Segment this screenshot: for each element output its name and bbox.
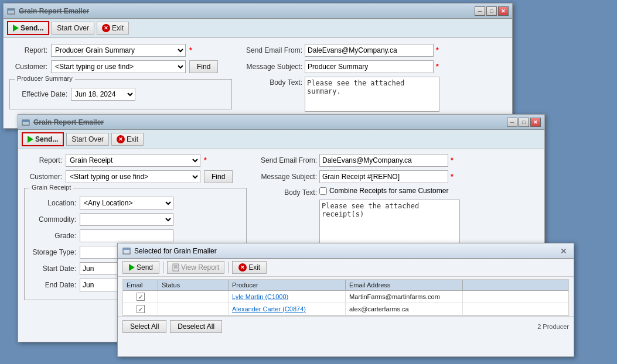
- svg-rect-5: [123, 248, 130, 250]
- window-2-title: Grain Report Emailer: [33, 118, 104, 126]
- close-button-1[interactable]: ✕: [498, 6, 509, 16]
- header-email-address: Email Address: [346, 280, 463, 290]
- combine-receipts-row: Combine Receipts for same Customer: [319, 187, 460, 195]
- dialog-table-container: Email Status Producer Email Address Lyle…: [122, 279, 569, 316]
- report-required-1: *: [189, 46, 192, 54]
- report-label-2: Report:: [24, 156, 62, 164]
- dialog-toolbar: Send View Report ✕ Exit: [118, 259, 574, 277]
- dialog-exit-button[interactable]: ✕ Exit: [232, 261, 267, 274]
- find-button-2[interactable]: Find: [204, 170, 233, 183]
- start-over-button-1[interactable]: Start Over: [52, 22, 94, 35]
- row-1-email-address-cell: MartinFarms@martinfarms.com: [346, 291, 463, 303]
- location-select[interactable]: <Any Location>: [80, 197, 173, 210]
- customer-label-1: Customer:: [9, 63, 47, 71]
- maximize-button-2[interactable]: □: [519, 118, 529, 127]
- title-bar-2: Grain Report Emailer ─ □ ✕: [18, 115, 544, 130]
- svg-rect-1: [8, 9, 15, 11]
- dialog-footer: Select All Deselect All 2 Producer: [118, 316, 574, 336]
- send-email-from-label-2: Send Email From:: [253, 156, 317, 164]
- minimize-button-1[interactable]: ─: [475, 6, 485, 16]
- table-header: Email Status Producer Email Address: [123, 280, 568, 291]
- grade-row: Grade:: [29, 229, 241, 242]
- view-report-button[interactable]: View Report: [167, 261, 224, 274]
- report-row-1: Report: Producer Grain Summary *: [9, 44, 232, 57]
- body-text-row-1: Body Text:: [238, 77, 506, 112]
- dialog-exit-icon: ✕: [238, 263, 247, 272]
- row-1-email-checkbox[interactable]: [137, 293, 145, 301]
- row-2-email-checkbox[interactable]: [137, 305, 145, 313]
- message-subject-row-2: Message Subject: *: [253, 170, 538, 183]
- location-label: Location:: [29, 199, 76, 207]
- combine-receipts-checkbox[interactable]: [319, 187, 327, 195]
- commodity-row: Commodity:: [29, 213, 241, 226]
- customer-row-2: Customer: <Start typing or use find> Fin…: [24, 170, 247, 183]
- window-1-body: Report: Producer Grain Summary * Custome…: [4, 38, 512, 121]
- window-1-title: Grain Report Emailer: [19, 7, 89, 15]
- table-row: Lyle Martin (C1000) MartinFarms@martinfa…: [123, 291, 568, 303]
- row-1-email-cell: [123, 291, 158, 303]
- message-subject-input-1[interactable]: [305, 60, 434, 73]
- svg-rect-3: [22, 120, 29, 122]
- send-email-from-row-2: Send Email From: *: [253, 154, 538, 167]
- customer-label-2: Customer:: [24, 173, 62, 181]
- document-icon: [172, 263, 179, 272]
- header-status: Status: [158, 280, 229, 290]
- grade-input[interactable]: [80, 229, 173, 242]
- dialog-close-button[interactable]: ✕: [558, 246, 569, 256]
- report-select-2[interactable]: Grain Receipt: [66, 154, 200, 167]
- message-subject-row-1: Message Subject: *: [238, 60, 506, 73]
- dialog-send-button[interactable]: Send: [122, 261, 159, 274]
- location-row: Location: <Any Location>: [29, 197, 241, 210]
- report-row-2: Report: Grain Receipt *: [24, 154, 247, 167]
- producer-count: 2 Producer: [537, 323, 569, 330]
- window-icon: [7, 7, 15, 15]
- select-all-button[interactable]: Select All: [122, 320, 166, 333]
- grade-label: Grade:: [29, 232, 76, 240]
- body-text-label-1: Body Text:: [238, 77, 302, 87]
- message-subject-label-1: Message Subject:: [238, 63, 302, 71]
- send-email-from-input-1[interactable]: [305, 44, 434, 57]
- storage-type-label: Storage Type:: [29, 248, 76, 256]
- effective-date-select[interactable]: Jun 18, 2024: [71, 88, 135, 101]
- report-select-1[interactable]: Producer Grain Summary: [51, 44, 186, 57]
- title-bar-1: Grain Report Emailer ─ □ ✕: [4, 4, 512, 19]
- commodity-select[interactable]: [80, 213, 173, 226]
- start-date-label: Start Date:: [29, 265, 76, 273]
- minimize-button-2[interactable]: ─: [507, 118, 517, 127]
- exit-button-2[interactable]: ✕ Exit: [111, 133, 144, 146]
- producer-summary-title: Producer Summary: [15, 75, 75, 82]
- row-2-producer-cell[interactable]: Alexander Carter (C0874): [229, 303, 346, 315]
- customer-select-1[interactable]: <Start typing or use find>: [51, 60, 186, 73]
- send-email-from-label-1: Send Email From:: [238, 46, 302, 54]
- play-icon-2: [28, 136, 33, 143]
- toolbar-2: Send... Start Over ✕ Exit: [18, 130, 544, 149]
- row-2-email-address-cell: alex@carterfarms.ca: [346, 303, 463, 315]
- play-icon-1: [13, 25, 19, 32]
- send-button-1[interactable]: Send...: [7, 21, 49, 35]
- dialog-play-icon: [129, 264, 135, 271]
- svg-rect-6: [173, 264, 179, 271]
- message-subject-input-2[interactable]: [319, 170, 448, 183]
- window-1: Grain Report Emailer ─ □ ✕ Send... Start…: [3, 3, 513, 129]
- deselect-all-button[interactable]: Deselect All: [170, 320, 222, 333]
- toolbar-1: Send... Start Over ✕ Exit: [4, 19, 512, 38]
- send-email-from-row-1: Send Email From: *: [238, 44, 506, 57]
- send-email-from-input-2[interactable]: [319, 154, 448, 167]
- header-producer: Producer: [229, 280, 346, 290]
- maximize-button-1[interactable]: □: [486, 6, 497, 16]
- exit-icon-1: ✕: [102, 24, 110, 32]
- start-over-button-2[interactable]: Start Over: [66, 133, 109, 146]
- send-button-2[interactable]: Send...: [22, 132, 64, 146]
- customer-select-2[interactable]: <Start typing or use find>: [66, 170, 200, 183]
- body-text-area-1[interactable]: [305, 77, 439, 112]
- grain-receipt-title: Grain Receipt: [29, 184, 73, 191]
- close-button-2[interactable]: ✕: [530, 118, 541, 127]
- table-row: Alexander Carter (C0874) alex@carterfarm…: [123, 303, 568, 315]
- message-subject-label-2: Message Subject:: [253, 173, 317, 181]
- effective-date-row: Effective Date: Jun 18, 2024: [15, 88, 227, 101]
- row-2-email-cell: [123, 303, 158, 315]
- find-button-1[interactable]: Find: [189, 60, 218, 73]
- exit-button-1[interactable]: ✕ Exit: [97, 22, 129, 35]
- producer-summary-group: Producer Summary Effective Date: Jun 18,…: [9, 79, 232, 109]
- row-1-producer-cell[interactable]: Lyle Martin (C1000): [229, 291, 346, 303]
